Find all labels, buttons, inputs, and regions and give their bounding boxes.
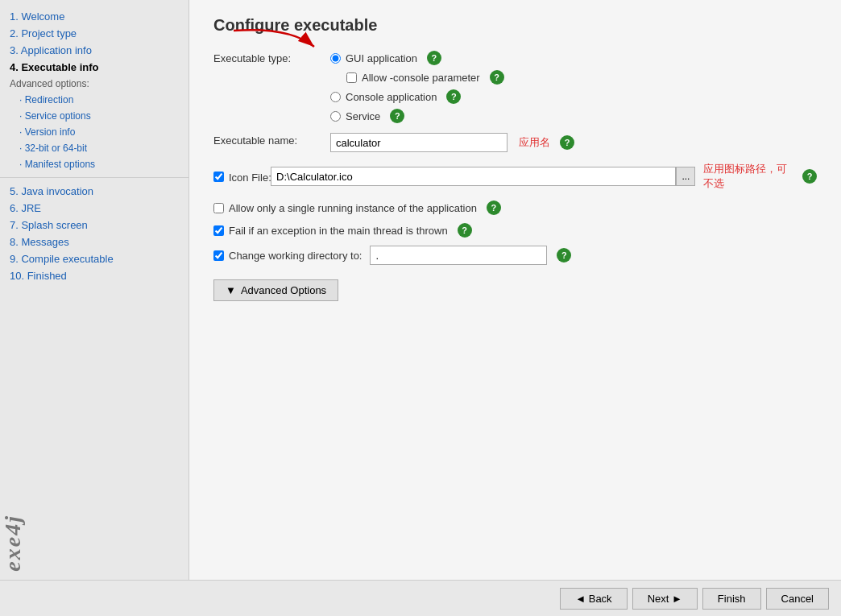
- checkbox-console-row: Allow -console parameter ?: [346, 70, 504, 85]
- help-service[interactable]: ?: [390, 109, 404, 123]
- exec-type-label: Executable type:: [213, 51, 330, 64]
- icon-file-label[interactable]: Icon File:: [229, 170, 271, 184]
- sidebar-item-splash[interactable]: 7. Splash screen: [0, 217, 188, 234]
- radio-gui-label[interactable]: GUI application: [346, 52, 417, 64]
- help-exec-name[interactable]: ?: [560, 135, 574, 150]
- icon-file-row: Icon File: ... 应用图标路径，可不选 ?: [213, 162, 817, 191]
- main-content: Configure executable Executable type:: [189, 0, 841, 580]
- sidebar-item-redirection[interactable]: Redirection: [0, 92, 188, 108]
- back-button[interactable]: ◄ Back: [560, 588, 627, 610]
- sidebar-item-project-type[interactable]: 2. Project type: [0, 25, 188, 42]
- help-fail-exception[interactable]: ?: [458, 223, 472, 238]
- cancel-button[interactable]: Cancel: [766, 588, 829, 610]
- sidebar-item-app-info[interactable]: 3. Application info: [0, 42, 188, 59]
- advanced-options-label: Advanced Options: [241, 284, 326, 296]
- next-button[interactable]: Next ►: [632, 588, 698, 610]
- sidebar-item-version-info[interactable]: Version info: [0, 124, 188, 140]
- help-console-param[interactable]: ?: [490, 70, 504, 85]
- radio-console-label[interactable]: Console application: [346, 91, 437, 103]
- exec-name-row: Executable name: 应用名 ?: [213, 133, 817, 152]
- radio-console-row: Console application ?: [330, 89, 504, 104]
- sidebar-item-messages[interactable]: 8. Messages: [0, 234, 188, 250]
- radio-service-label[interactable]: Service: [346, 110, 380, 122]
- sidebar-section-advanced: Advanced options:: [0, 76, 188, 92]
- sidebar-item-32-64[interactable]: 32-bit or 64-bit: [0, 140, 188, 156]
- footer: ◄ Back Next ► Finish Cancel: [0, 580, 841, 616]
- icon-file-input[interactable]: [271, 167, 676, 186]
- checkbox-single-instance[interactable]: [213, 203, 224, 213]
- exec-type-controls: GUI application ? Allow -console paramet…: [330, 51, 504, 123]
- working-dir-label[interactable]: Change working directory to:: [229, 250, 362, 262]
- radio-console[interactable]: [330, 92, 341, 102]
- help-icon-file[interactable]: ?: [802, 169, 817, 184]
- sidebar-item-executable-info[interactable]: 4. Executable info: [0, 59, 188, 76]
- sidebar-item-java-invocation[interactable]: 5. Java invocation: [0, 183, 188, 200]
- sidebar-item-service-options[interactable]: Service options: [0, 108, 188, 124]
- finish-button[interactable]: Finish: [702, 588, 761, 610]
- advanced-options-arrow: ▼: [226, 284, 236, 296]
- help-single-instance[interactable]: ?: [487, 201, 501, 215]
- radio-gui-row: GUI application ?: [330, 51, 441, 65]
- sidebar-item-finished[interactable]: 10. Finished: [0, 267, 188, 284]
- sidebar-item-welcome[interactable]: 1. Welcome: [0, 8, 188, 25]
- advanced-options-button[interactable]: ▼ Advanced Options: [213, 279, 338, 301]
- icon-annotation: 应用图标路径，可不选: [703, 162, 798, 191]
- exec-name-label: Executable name:: [213, 133, 330, 147]
- fail-exception-label[interactable]: Fail if an exception in the main thread …: [229, 225, 448, 237]
- radio-service[interactable]: [330, 111, 341, 122]
- single-instance-label[interactable]: Allow only a single running instance of …: [229, 202, 477, 214]
- radio-service-row: Service ?: [330, 109, 504, 123]
- checkbox-fail-exception[interactable]: [213, 225, 224, 236]
- checkbox-icon-file[interactable]: [213, 172, 224, 182]
- exec-name-input[interactable]: [330, 133, 508, 152]
- page-title: Configure executable: [213, 16, 817, 35]
- help-working-dir[interactable]: ?: [557, 248, 571, 263]
- radio-gui[interactable]: [330, 53, 341, 64]
- working-dir-row: Change working directory to: ?: [213, 246, 817, 265]
- single-instance-row: Allow only a single running instance of …: [213, 201, 817, 215]
- sidebar-item-jre[interactable]: 6. JRE: [0, 200, 188, 217]
- checkbox-console-label[interactable]: Allow -console parameter: [362, 72, 480, 84]
- working-dir-input[interactable]: [370, 246, 547, 265]
- sidebar: 1. Welcome 2. Project type 3. Applicatio…: [0, 0, 189, 580]
- executable-type-row: Executable type: GUI applicatio: [213, 51, 817, 123]
- help-console[interactable]: ?: [446, 89, 461, 104]
- exec-name-annotation: 应用名: [519, 135, 550, 150]
- fail-exception-row: Fail if an exception in the main thread …: [213, 223, 817, 238]
- sidebar-item-compile[interactable]: 9. Compile executable: [0, 250, 188, 267]
- help-gui[interactable]: ?: [427, 51, 441, 65]
- sidebar-item-manifest[interactable]: Manifest options: [0, 156, 188, 172]
- exe4j-logo: exe4j: [0, 515, 188, 572]
- browse-button[interactable]: ...: [676, 167, 695, 186]
- checkbox-working-dir[interactable]: [213, 250, 224, 261]
- checkbox-allow-console[interactable]: [346, 72, 357, 83]
